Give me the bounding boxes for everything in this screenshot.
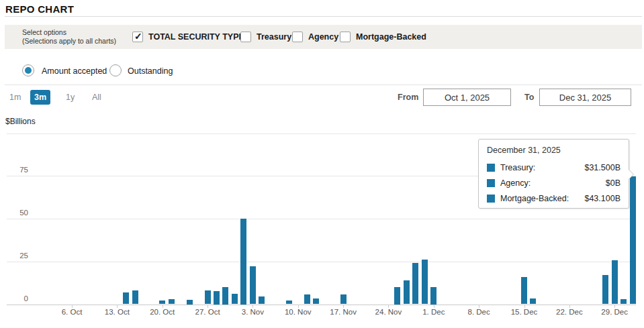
bar[interactable] [214, 291, 220, 304]
radio-amount-accepted[interactable] [22, 64, 34, 76]
bar[interactable] [412, 263, 418, 304]
security-type-filter-bar: Select options (Selections apply to all … [5, 25, 642, 49]
x-axis-label: 1. Dec [414, 308, 454, 316]
bar[interactable] [630, 176, 636, 304]
bar[interactable] [222, 287, 228, 305]
series-swatch-icon [487, 164, 495, 172]
tooltip-row-mortgage-backed: Mortgage-Backed: $43.100B [487, 194, 620, 203]
tooltip-row-label: Mortgage-Backed: [500, 194, 569, 203]
range-button-3m[interactable]: 3m [30, 90, 50, 105]
x-axis-label: 22. Dec [549, 308, 590, 316]
bar[interactable] [232, 294, 238, 304]
bar[interactable] [304, 294, 310, 304]
bar[interactable] [250, 266, 256, 304]
bar[interactable] [620, 299, 627, 305]
range-button-1m[interactable]: 1m [5, 90, 25, 105]
tooltip-row-value: $43.100B [584, 194, 620, 203]
y-axis-tick-label: 75 [5, 166, 28, 174]
bar[interactable] [404, 280, 410, 305]
series-swatch-icon [487, 195, 495, 203]
bar[interactable] [530, 298, 536, 305]
y-gridline [7, 219, 636, 219]
bar[interactable] [430, 287, 436, 305]
x-axis-label: 20. Oct [142, 308, 183, 316]
bar[interactable] [240, 219, 246, 305]
to-date-input[interactable] [539, 89, 631, 106]
checkbox-unchecked-icon[interactable] [240, 32, 251, 42]
x-axis-label: 6. Oct [52, 308, 92, 316]
series-swatch-icon [487, 179, 495, 187]
bar[interactable] [394, 287, 400, 305]
checkbox-treasury[interactable]: Treasury [240, 25, 291, 49]
bar[interactable] [169, 299, 175, 305]
bar[interactable] [521, 277, 527, 305]
tooltip-row-agency: Agency: $0B [487, 178, 620, 188]
filter-caption: Select options (Selections apply to all … [22, 28, 116, 46]
bar[interactable] [159, 300, 165, 304]
bar[interactable] [187, 300, 193, 304]
chart-tooltip: December 31, 2025 Treasury: $31.500B Age… [478, 139, 629, 209]
tooltip-date-title: December 31, 2025 [487, 146, 561, 155]
bar[interactable] [340, 294, 347, 304]
tooltip-row-value: $0B [606, 178, 620, 188]
tooltip-row-treasury: Treasury: $31.500B [487, 163, 620, 172]
checkbox-label: Mortgage-Backed [356, 32, 426, 42]
y-axis-unit-label: $Billions [5, 117, 36, 126]
y-axis-tick-label: 50 [5, 209, 28, 217]
checkbox-checked-icon[interactable] [132, 32, 143, 42]
tooltip-row-label: Agency: [500, 178, 531, 188]
filter-caption-line1: Select options [22, 28, 116, 37]
range-button-all[interactable]: All [88, 90, 105, 105]
checkbox-label: Treasury [257, 32, 291, 42]
checkbox-label: TOTAL SECURITY TYPES [148, 32, 250, 42]
x-axis-label: 24. Nov [368, 308, 408, 316]
bar[interactable] [132, 290, 138, 304]
x-axis-line [7, 305, 636, 305]
x-axis-label: 27. Oct [187, 308, 228, 316]
x-axis-label: 8. Dec [459, 308, 499, 316]
checkbox-label: Agency [308, 32, 338, 42]
bar[interactable] [612, 260, 618, 304]
divider [5, 16, 642, 17]
view-toggle-row: Amount accepted Outstanding [0, 59, 644, 82]
checkbox-mortgage-backed[interactable]: Mortgage-Backed [340, 25, 426, 49]
y-gridline [7, 262, 636, 262]
bar[interactable] [313, 298, 319, 305]
repo-bar-chart: $Billions 02550756. Oct13. Oct20. Oct27.… [0, 114, 644, 328]
from-label: From [398, 93, 418, 102]
to-label: To [524, 93, 534, 102]
tooltip-row-value: $31.500B [584, 163, 620, 172]
divider [5, 85, 642, 85]
y-axis-tick-label: 0 [5, 294, 28, 303]
filter-caption-line2: (Selections apply to all charts) [22, 37, 116, 46]
radio-label-outstanding[interactable]: Outstanding [128, 66, 173, 76]
repo-chart-page: REPO CHART Select options (Selections ap… [0, 0, 644, 328]
checkbox-agency[interactable]: Agency [292, 25, 338, 49]
bar[interactable] [602, 275, 608, 304]
x-axis-label: 17. Nov [323, 308, 363, 316]
tooltip-callout-arrow [628, 169, 633, 180]
range-button-1y[interactable]: 1y [62, 90, 79, 105]
from-date-input[interactable] [423, 89, 511, 106]
radio-label-amount-accepted[interactable]: Amount accepted [42, 66, 107, 76]
x-axis-label: 15. Dec [504, 308, 545, 316]
radio-outstanding[interactable] [109, 64, 122, 76]
checkbox-total-security-types[interactable]: TOTAL SECURITY TYPES [132, 25, 250, 49]
checkbox-unchecked-icon[interactable] [292, 32, 303, 42]
page-title: REPO CHART [5, 3, 74, 15]
y-axis-tick-label: 25 [5, 252, 28, 260]
y-gridline [7, 133, 636, 134]
bar[interactable] [205, 290, 211, 304]
x-axis-label: 13. Oct [97, 308, 137, 316]
x-axis-label: 29. Dec [594, 308, 635, 316]
bar[interactable] [422, 260, 428, 304]
checkbox-unchecked-icon[interactable] [340, 32, 351, 42]
bar[interactable] [259, 296, 265, 304]
bar[interactable] [123, 292, 129, 305]
bar[interactable] [286, 300, 292, 304]
tooltip-row-label: Treasury: [500, 163, 535, 172]
x-axis-label: 3. Nov [232, 308, 273, 316]
x-axis-label: 10. Nov [278, 308, 318, 316]
